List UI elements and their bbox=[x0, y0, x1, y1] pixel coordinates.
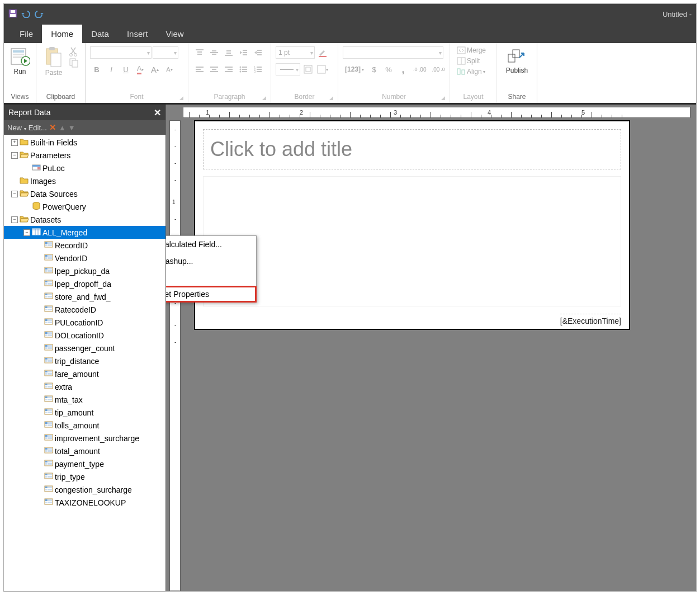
italic-button[interactable]: I bbox=[105, 63, 118, 75]
bold-button[interactable]: B bbox=[90, 63, 103, 75]
title-placeholder[interactable]: Click to add title bbox=[203, 129, 621, 169]
align-center-button[interactable] bbox=[207, 63, 221, 75]
new-button[interactable]: New ▾ bbox=[7, 124, 26, 132]
tree-item-extra[interactable]: extra bbox=[4, 380, 165, 393]
percent-button[interactable]: % bbox=[382, 63, 395, 75]
underline-button[interactable]: U bbox=[119, 63, 133, 75]
increase-indent-button[interactable] bbox=[251, 46, 264, 59]
expander-icon[interactable]: + bbox=[11, 139, 18, 146]
decrease-decimal-button[interactable]: .00.0 bbox=[429, 63, 447, 75]
align-bottom-button[interactable] bbox=[222, 46, 235, 59]
tree-item-dolocationid[interactable]: DOLocationID bbox=[4, 329, 165, 342]
border-picker-button[interactable] bbox=[301, 63, 315, 75]
paragraph-dialog-launcher-icon[interactable]: ◢ bbox=[262, 95, 266, 101]
tree-item-store-and-fwd-[interactable]: store_and_fwd_ bbox=[4, 290, 165, 303]
close-icon[interactable]: ✕ bbox=[154, 107, 161, 118]
font-dialog-launcher-icon[interactable]: ◢ bbox=[179, 95, 183, 101]
split-button[interactable]: Split bbox=[455, 56, 482, 66]
align-top-button[interactable] bbox=[193, 46, 206, 59]
context-menu-dataset-properties[interactable]: Dataset Properties bbox=[166, 286, 257, 303]
cut-icon[interactable] bbox=[69, 46, 79, 56]
border-style-combo[interactable]: ▾ bbox=[276, 63, 300, 75]
tree-item-tolls-amount[interactable]: tolls_amount bbox=[4, 419, 165, 432]
tree-item-datasets[interactable]: −Datasets bbox=[4, 213, 165, 226]
tree-item-all-merged[interactable]: −ALL_Merged bbox=[4, 226, 165, 239]
align-right-button[interactable] bbox=[222, 63, 235, 75]
tab-data[interactable]: Data bbox=[82, 25, 118, 43]
report-page[interactable]: Click to add title [&ExecutionTime] bbox=[194, 120, 630, 330]
tree-item-total-amount[interactable]: total_amount bbox=[4, 445, 165, 457]
redo-icon[interactable] bbox=[34, 9, 44, 20]
thousands-button[interactable]: , bbox=[396, 63, 410, 75]
border-preset-button[interactable]: ▾ bbox=[316, 63, 329, 75]
copy-icon[interactable] bbox=[69, 58, 79, 68]
currency-button[interactable]: $ bbox=[367, 63, 381, 75]
move-down-icon[interactable]: ▼ bbox=[68, 124, 75, 132]
align-left-button[interactable] bbox=[193, 63, 206, 75]
tree-item-lpep-pickup-da[interactable]: lpep_pickup_da bbox=[4, 265, 165, 277]
shrink-font-button[interactable]: A▾ bbox=[163, 63, 176, 75]
context-menu-delete[interactable]: ✕Delete bbox=[166, 270, 256, 286]
font-size-combo[interactable]: ▾ bbox=[153, 46, 178, 59]
tree-item-parameters[interactable]: −Parameters bbox=[4, 149, 165, 162]
report-data-tree[interactable]: +Built-in Fields−ParametersPuLocImages−D… bbox=[4, 135, 165, 591]
tree-item-built-in-fields[interactable]: +Built-in Fields bbox=[4, 136, 165, 149]
tree-item-puloc[interactable]: PuLoc bbox=[4, 162, 165, 174]
expander-icon[interactable]: − bbox=[11, 216, 18, 223]
tree-item-payment-type[interactable]: payment_type bbox=[4, 457, 165, 470]
context-menu-edit-mashup-[interactable]: Edit mashup... bbox=[166, 253, 256, 270]
number-format-combo[interactable]: ▾ bbox=[343, 46, 443, 59]
save-icon[interactable] bbox=[8, 9, 17, 20]
undo-icon[interactable] bbox=[21, 9, 31, 20]
paste-button[interactable]: Paste bbox=[41, 45, 67, 78]
font-color-button[interactable]: A▾ bbox=[134, 63, 147, 75]
delete-icon[interactable]: ✕ bbox=[49, 122, 56, 133]
increase-decimal-button[interactable]: .0.00 bbox=[411, 63, 428, 75]
tree-item-recordid[interactable]: RecordID bbox=[4, 239, 165, 252]
tree-item-passenger-count[interactable]: passenger_count bbox=[4, 342, 165, 355]
tree-item-trip-type[interactable]: trip_type bbox=[4, 470, 165, 483]
border-weight-combo[interactable]: 1 pt▾ bbox=[276, 46, 315, 59]
move-up-icon[interactable]: ▲ bbox=[59, 124, 66, 132]
expander-icon[interactable]: − bbox=[11, 191, 18, 197]
expander-icon[interactable]: − bbox=[11, 152, 18, 159]
tree-item-mta-tax[interactable]: mta_tax bbox=[4, 393, 165, 406]
tree-item-fare-amount[interactable]: fare_amount bbox=[4, 367, 165, 380]
tree-item-trip-distance[interactable]: trip_distance bbox=[4, 355, 165, 367]
report-body[interactable] bbox=[203, 176, 621, 306]
border-dialog-launcher-icon[interactable]: ◢ bbox=[329, 95, 333, 101]
merge-button[interactable]: Merge bbox=[455, 45, 488, 55]
tree-item-congestion-surcharge[interactable]: congestion_surcharge bbox=[4, 483, 165, 496]
publish-button[interactable]: Publish bbox=[503, 45, 531, 75]
tree-item-ratecodeid[interactable]: RatecodeID bbox=[4, 303, 165, 316]
tree-item-tip-amount[interactable]: tip_amount bbox=[4, 406, 165, 419]
tree-item-pulocationid[interactable]: PULocationID bbox=[4, 316, 165, 329]
numbering-button[interactable]: 123 bbox=[251, 63, 264, 75]
decrease-indent-button[interactable] bbox=[237, 46, 250, 59]
tab-file[interactable]: File bbox=[11, 25, 42, 43]
context-menu-add-calculated-field-[interactable]: Add Calculated Field... bbox=[166, 236, 256, 253]
tab-view[interactable]: View bbox=[157, 25, 192, 43]
tab-insert[interactable]: Insert bbox=[118, 25, 157, 43]
tree-item-improvement-surcharge[interactable]: improvement_surcharge bbox=[4, 432, 165, 445]
design-canvas[interactable]: 12345 - - - - 1 - - - - - Click to add t… bbox=[166, 105, 696, 591]
border-color-button[interactable] bbox=[316, 46, 329, 59]
grow-font-button[interactable]: A▴ bbox=[148, 63, 162, 75]
footer-execution-time[interactable]: [&ExecutionTime] bbox=[560, 314, 621, 325]
placeholder-button[interactable]: [123]▾ bbox=[343, 63, 366, 75]
align-button[interactable]: Align ▾ bbox=[455, 67, 488, 77]
expander-icon[interactable]: − bbox=[23, 229, 30, 236]
bullets-button[interactable] bbox=[237, 63, 250, 75]
tree-item-lpep-dropoff-da[interactable]: lpep_dropoff_da bbox=[4, 277, 165, 290]
number-dialog-launcher-icon[interactable]: ◢ bbox=[441, 95, 445, 101]
tree-item-images[interactable]: Images bbox=[4, 174, 165, 187]
tree-item-data-sources[interactable]: −Data Sources bbox=[4, 187, 165, 200]
font-family-combo[interactable]: ▾ bbox=[90, 46, 152, 59]
tree-item-vendorid[interactable]: VendorID bbox=[4, 252, 165, 265]
edit-button[interactable]: Edit... bbox=[29, 124, 47, 132]
run-button[interactable]: Run bbox=[7, 45, 34, 77]
tree-item-taxizonelookup[interactable]: TAXIZONELOOKUP bbox=[4, 496, 165, 509]
tree-item-powerquery[interactable]: PowerQuery bbox=[4, 200, 165, 213]
tab-home[interactable]: Home bbox=[42, 25, 82, 43]
align-middle-button[interactable] bbox=[207, 46, 221, 59]
